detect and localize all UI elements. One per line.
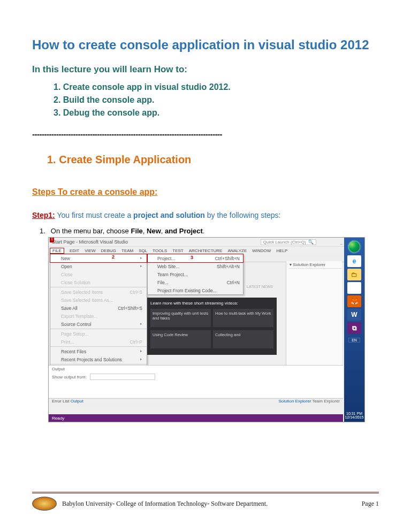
step1-text: You first must create a: [55, 211, 133, 219]
taskbar-time: 10:31 PM: [345, 412, 363, 416]
video-panel-heading: Learn more with these short streaming vi…: [150, 301, 273, 306]
toc-item: 1. Create console app in visual studio 2…: [54, 82, 379, 92]
visual-studio-icon[interactable]: ⧉: [347, 322, 361, 334]
file-menu-item: Page Setup...: [50, 330, 147, 338]
start-button-icon[interactable]: [347, 240, 361, 254]
menu-debug[interactable]: DEBUG: [101, 248, 116, 253]
taskbar-date: 12/14/2015: [345, 415, 363, 420]
file-menu-item: Save Selected ItemsCtrl+S: [50, 288, 147, 296]
footer-page: Page 1: [362, 500, 379, 508]
step1-after: by the following steps:: [205, 211, 281, 219]
menu-analyze[interactable]: ANALYZE: [227, 248, 247, 253]
step1-line: Step1: You first must create a project a…: [32, 211, 379, 219]
instr-b3: and Project: [165, 227, 203, 235]
instr-b1: File: [131, 227, 142, 235]
callout-1: 1: [50, 237, 54, 242]
file-menu-item: Export Template...: [50, 312, 147, 320]
section-heading: 1. Create Simple Application: [47, 154, 379, 166]
menu-architecture[interactable]: ARCHITECTURE: [189, 248, 223, 253]
toc-item: 2. Build the console app.: [54, 95, 379, 105]
bottom-tabs: Error List Output Solution Explorer Team…: [49, 398, 343, 406]
menu-team[interactable]: TEAM: [121, 248, 133, 253]
vs-status-bar: Ready: [49, 414, 343, 422]
step1-label: Step1:: [32, 211, 55, 219]
menu-sql[interactable]: SQL: [139, 248, 147, 253]
menu-view[interactable]: VIEW: [85, 248, 95, 253]
tab-error-list[interactable]: Error List: [52, 399, 69, 404]
file-menu-item[interactable]: Recent Projects and Solutions▸: [50, 355, 147, 363]
new-submenu-item[interactable]: File...Ctrl+N: [148, 278, 243, 286]
step1-bold: project and solution: [133, 211, 205, 219]
file-menu-item: Close Solution: [50, 278, 147, 286]
screenshot-visual-studio: Start Page - Microsoft Visual Studio _ □…: [48, 237, 365, 422]
file-menu-item[interactable]: Recent Files▸: [50, 347, 147, 355]
menu-tools[interactable]: TOOLS: [153, 248, 167, 253]
vs-window-title: Start Page - Microsoft Visual Studio: [52, 239, 128, 245]
file-menu-item[interactable]: Source Control▸: [50, 320, 147, 328]
file-menu-item[interactable]: Save AllCtrl+Shift+S: [50, 304, 147, 312]
divider: ----------------------------------------…: [32, 130, 379, 139]
language-indicator[interactable]: EN: [348, 338, 360, 343]
callout-2: 2: [112, 254, 115, 260]
instr-b2: New: [147, 227, 161, 235]
new-submenu-item[interactable]: Team Project...: [148, 270, 243, 278]
page-footer: Babylon University- College of Informati…: [32, 492, 379, 511]
toc-list: 1. Create console app in visual studio 2…: [32, 82, 379, 118]
vs-titlebar: Start Page - Microsoft Visual Studio _ □…: [49, 238, 364, 247]
university-logo-icon: [32, 497, 57, 511]
steps-heading: Steps To create a console app:: [32, 187, 379, 197]
quick-launch[interactable]: Quick Launch (Ctrl+Q) 🔍: [261, 239, 316, 245]
file-menu-item: Save Selected Items As...: [50, 296, 147, 304]
menu-test[interactable]: TEST: [172, 248, 183, 253]
video-tile[interactable]: Improving quality with unit tests and fa…: [150, 309, 211, 327]
firefox-icon[interactable]: 🦊: [347, 295, 361, 307]
file-dropdown: New▸2Open▸CloseClose SolutionSave Select…: [50, 254, 147, 374]
status-text: Ready: [52, 416, 64, 421]
instr-pre: On the menu bar, choose: [51, 227, 131, 235]
output-show-label: Show output from:: [52, 375, 87, 379]
doc-title: How to create console application in vis…: [32, 37, 379, 52]
video-tile[interactable]: Collecting and: [213, 330, 273, 348]
menu-window[interactable]: WINDOW: [252, 248, 271, 253]
file-menu-item: Close: [50, 270, 147, 278]
tab-output[interactable]: Output: [71, 399, 83, 404]
callout-3: 3: [191, 255, 193, 260]
minimize-icon[interactable]: _: [339, 240, 344, 245]
menu-file[interactable]: 1FILE: [50, 248, 64, 254]
file-menu-item: Print...Ctrl+P: [50, 338, 147, 346]
latest-news-label: LATEST NEWS: [247, 285, 273, 288]
file-menu-item[interactable]: Open▸: [50, 262, 147, 270]
toc-item: 3. Debug the console app.: [54, 108, 379, 118]
output-source-dropdown[interactable]: [90, 374, 155, 380]
output-pane: Output Show output from:: [49, 365, 343, 398]
instruction-1: 1.On the menu bar, choose File, New, and…: [40, 227, 379, 235]
windows-taskbar: e 🗀 ◉ 🦊 W ⧉ EN 10:31 PM 12/14/2015: [344, 238, 364, 422]
word-icon[interactable]: W: [347, 309, 361, 321]
new-submenu-item[interactable]: Project...Ctrl+Shift+N3: [147, 254, 243, 263]
tab-solution-explorer[interactable]: Solution Explorer: [278, 399, 311, 404]
start-video-panel: Learn more with these short streaming vi…: [147, 298, 277, 355]
video-tile[interactable]: How to multi-task with My Work: [213, 309, 273, 327]
ie-icon[interactable]: e: [347, 255, 361, 267]
quick-launch-placeholder: Quick Launch (Ctrl+Q): [263, 240, 306, 245]
menu-edit[interactable]: EDIT: [70, 248, 79, 253]
output-tab-label: Output: [49, 366, 343, 373]
video-tile[interactable]: Using Code Review: [150, 330, 211, 348]
vs-menubar: 1FILE EDIT VIEW DEBUG TEAM SQL TOOLS TES…: [49, 247, 364, 254]
tab-team-explorer[interactable]: Team Explorer: [312, 399, 340, 404]
footer-org: Babylon University- College of Informati…: [62, 500, 268, 508]
file-menu-item[interactable]: New▸2: [50, 254, 147, 263]
menu-help[interactable]: HELP: [276, 248, 287, 253]
doc-subtitle: In this lecture you will learn How to:: [32, 64, 379, 75]
chrome-icon[interactable]: ◉: [347, 282, 361, 294]
explorer-icon[interactable]: 🗀: [347, 269, 361, 280]
instr-number: 1.: [40, 227, 45, 235]
new-submenu-item[interactable]: Web Site...Shift+Alt+N: [148, 262, 243, 270]
solution-explorer-header: ▾ Solution Explorer: [288, 261, 342, 269]
new-submenu-item[interactable]: Project From Existing Code...: [148, 286, 243, 294]
taskbar-clock[interactable]: 10:31 PM 12/14/2015: [345, 411, 363, 422]
new-submenu: Project...Ctrl+Shift+N3Web Site...Shift+…: [147, 254, 243, 295]
